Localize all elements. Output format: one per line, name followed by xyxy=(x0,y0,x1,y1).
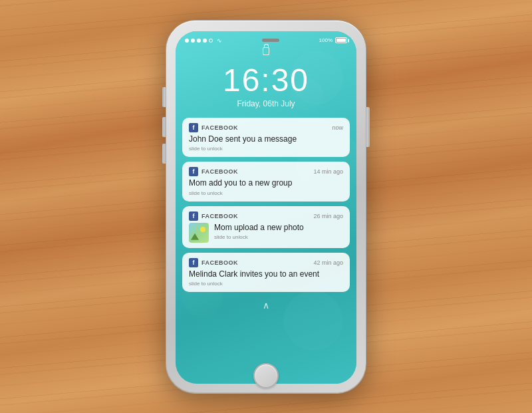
notif-body-3: Mom upload a new photo slide to unlock xyxy=(189,223,343,243)
lock-row xyxy=(176,47,356,55)
lock-icon xyxy=(263,47,269,55)
facebook-icon-4: f xyxy=(189,258,198,267)
deco-circle-5 xyxy=(283,291,343,350)
notification-3[interactable]: f FACEBOOK 26 min ago Mom upload a new p… xyxy=(182,206,350,248)
notif-message-4: Melinda Clark invites you to an event xyxy=(189,269,343,280)
unlock-chevron[interactable]: ∧ xyxy=(176,300,356,311)
signal-dot-2 xyxy=(191,39,195,43)
notif-message-3: Mom upload a new photo xyxy=(214,223,343,233)
notif-unlock-4: slide to unlock xyxy=(189,281,343,287)
notif-appname-4: FACEBOOK xyxy=(201,259,238,266)
speaker-grill xyxy=(262,39,279,42)
notif-app-info-2: f FACEBOOK xyxy=(189,167,238,176)
notif-header-2: f FACEBOOK 14 min ago xyxy=(189,167,343,176)
facebook-icon-3: f xyxy=(189,211,198,221)
notif-content-3: Mom upload a new photo slide to unlock xyxy=(214,223,343,241)
notif-header-3: f FACEBOOK 26 min ago xyxy=(189,211,343,221)
signal-area: ∿ xyxy=(185,37,222,44)
signal-dot-4 xyxy=(203,39,207,43)
home-button[interactable] xyxy=(253,363,279,388)
phone-device: ∿ 100% 16:30 Friday, 06th July xyxy=(166,21,366,393)
notifications-list: f FACEBOOK now John Doe sent you a messa… xyxy=(176,118,356,293)
battery-fill xyxy=(336,39,346,42)
notif-time-3: 26 min ago xyxy=(313,213,343,219)
notif-appname-2: FACEBOOK xyxy=(201,168,238,175)
signal-dot-5 xyxy=(209,39,213,43)
notif-app-info-1: f FACEBOOK xyxy=(189,123,238,132)
notif-time-2: 14 min ago xyxy=(313,168,343,175)
signal-dot-3 xyxy=(197,39,201,43)
notification-1[interactable]: f FACEBOOK now John Doe sent you a messa… xyxy=(182,118,350,158)
clock-date: Friday, 06th July xyxy=(176,99,356,108)
notif-app-info-4: f FACEBOOK xyxy=(189,258,238,267)
notification-4[interactable]: f FACEBOOK 42 min ago Melinda Clark invi… xyxy=(182,253,350,293)
notif-time-4: 42 min ago xyxy=(313,259,343,266)
battery-area: 100% xyxy=(319,37,347,43)
notif-unlock-2: slide to unlock xyxy=(189,190,343,196)
photo-thumbnail xyxy=(189,223,209,243)
notif-unlock-3: slide to unlock xyxy=(214,234,343,240)
facebook-icon-1: f xyxy=(189,123,198,132)
notif-appname-1: FACEBOOK xyxy=(201,124,238,131)
battery-icon xyxy=(335,37,347,43)
notif-time-1: now xyxy=(332,124,343,131)
battery-percent: 100% xyxy=(319,37,332,43)
speaker-area xyxy=(262,39,279,42)
chevron-up-icon: ∧ xyxy=(263,300,269,311)
phone-screen: ∿ 100% 16:30 Friday, 06th July xyxy=(176,31,356,384)
signal-dot-1 xyxy=(185,39,189,43)
notification-2[interactable]: f FACEBOOK 14 min ago Mom add you to a n… xyxy=(182,162,350,202)
notif-unlock-1: slide to unlock xyxy=(189,146,343,152)
clock-time: 16:30 xyxy=(176,65,356,96)
time-display: 16:30 Friday, 06th July xyxy=(176,65,356,108)
facebook-icon-2: f xyxy=(189,167,198,176)
notif-app-info-3: f FACEBOOK xyxy=(189,211,238,221)
notif-header-4: f FACEBOOK 42 min ago xyxy=(189,258,343,267)
notif-message-2: Mom add you to a new group xyxy=(189,178,343,189)
notif-message-1: John Doe sent you a message xyxy=(189,134,343,145)
notif-header-1: f FACEBOOK now xyxy=(189,123,343,132)
notif-appname-3: FACEBOOK xyxy=(201,213,238,219)
wifi-icon: ∿ xyxy=(217,37,222,44)
